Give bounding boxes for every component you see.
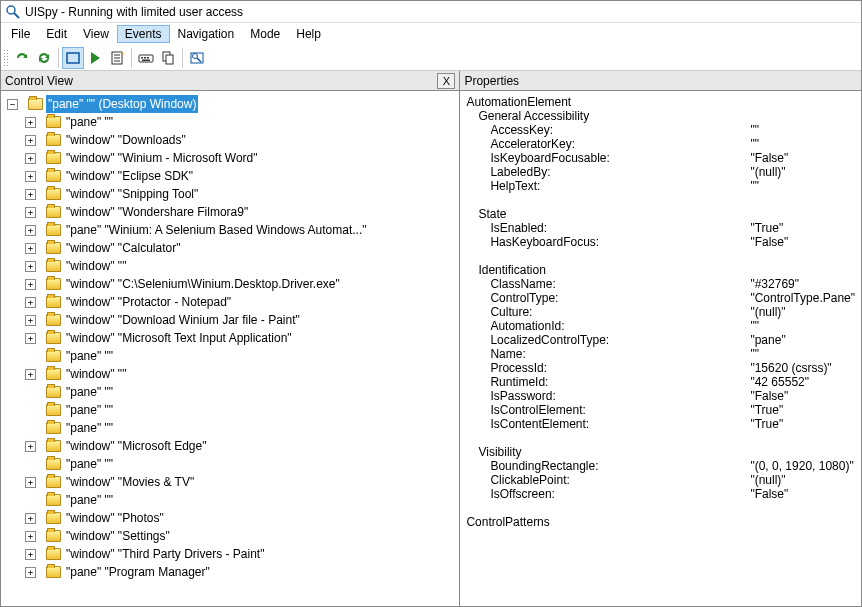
tree-node-label[interactable]: "window" "" (64, 365, 128, 383)
tree-node-label[interactable]: "window" "Winium - Microsoft Word" (64, 149, 260, 167)
tree-row[interactable]: +"window" "Settings" (3, 527, 457, 545)
tree-row[interactable]: "pane" "" (3, 401, 457, 419)
tree-node-label[interactable]: "pane" "" (64, 347, 115, 365)
prop-row: AutomationId:"" (466, 319, 855, 333)
tree-node-label[interactable]: "pane" "" (64, 455, 115, 473)
tree-row[interactable]: −"pane" "" (Desktop Window) (3, 95, 457, 113)
expander-icon[interactable]: + (25, 531, 36, 542)
rect-icon[interactable] (62, 47, 84, 69)
tree-row[interactable]: +"window" "Download Winium Jar file - Pa… (3, 311, 457, 329)
tree-node-label[interactable]: "window" "Protactor - Notepad" (64, 293, 233, 311)
tree-node-label[interactable]: "pane" "Program Manager" (64, 563, 212, 581)
copy-icon[interactable] (157, 47, 179, 69)
tree-node-label[interactable]: "window" "Microsoft Edge" (64, 437, 208, 455)
tree-node-label[interactable]: "pane" "" (64, 113, 115, 131)
tree-row[interactable]: +"pane" "" (3, 113, 457, 131)
tree-row[interactable]: +"window" "" (3, 257, 457, 275)
expander-icon[interactable]: + (25, 135, 36, 146)
sheet-icon[interactable] (106, 47, 128, 69)
tree-node-label[interactable]: "window" "Calculator" (64, 239, 182, 257)
expander-icon[interactable]: + (25, 243, 36, 254)
expander-icon[interactable]: + (25, 477, 36, 488)
tree-node-label[interactable]: "pane" "Winium: A Selenium Based Windows… (64, 221, 369, 239)
refresh-all-icon[interactable] (33, 47, 55, 69)
menu-events[interactable]: Events (117, 25, 170, 43)
expander-icon[interactable]: + (25, 441, 36, 452)
tree-node-label[interactable]: "window" "Microsoft Text Input Applicati… (64, 329, 294, 347)
tree-row[interactable]: +"pane" "Winium: A Selenium Based Window… (3, 221, 457, 239)
expander-icon[interactable]: + (25, 315, 36, 326)
tree-node-label[interactable]: "window" "Wondershare Filmora9" (64, 203, 250, 221)
play-icon[interactable] (84, 47, 106, 69)
menu-navigation[interactable]: Navigation (170, 25, 243, 43)
control-tree[interactable]: −"pane" "" (Desktop Window)+"pane" ""+"w… (1, 91, 459, 607)
tree-node-label[interactable]: "window" "Movies & TV" (64, 473, 196, 491)
tree-row[interactable]: +"window" "Downloads" (3, 131, 457, 149)
tree-node-label[interactable]: "window" "C:\Selenium\Winium.Desktop.Dri… (64, 275, 342, 293)
expander-icon[interactable]: + (25, 567, 36, 578)
tree-row[interactable]: "pane" "" (3, 347, 457, 365)
prop-row: IsEnabled:"True" (466, 221, 855, 235)
tree-row[interactable]: +"window" "Third Party Drivers - Paint" (3, 545, 457, 563)
tree-row[interactable]: "pane" "" (3, 383, 457, 401)
prop-row: IsOffscreen:"False" (466, 487, 855, 501)
prop-row: IsKeyboardFocusable:"False" (466, 151, 855, 165)
tree-row[interactable]: +"window" "Snipping Tool" (3, 185, 457, 203)
prop-row: LabeledBy:"(null)" (466, 165, 855, 179)
tree-node-label[interactable]: "window" "Download Winium Jar file - Pai… (64, 311, 302, 329)
expander-icon[interactable]: + (25, 261, 36, 272)
tree-node-label[interactable]: "window" "" (64, 257, 128, 275)
tree-row[interactable]: +"pane" "Program Manager" (3, 563, 457, 581)
tree-node-label[interactable]: "window" "Settings" (64, 527, 172, 545)
tree-node-label[interactable]: "window" "Downloads" (64, 131, 188, 149)
tree-row[interactable]: +"window" "Winium - Microsoft Word" (3, 149, 457, 167)
tree-row[interactable]: +"window" "Movies & TV" (3, 473, 457, 491)
tree-node-label[interactable]: "window" "Third Party Drivers - Paint" (64, 545, 266, 563)
tree-node-label[interactable]: "window" "Photos" (64, 509, 166, 527)
tree-row[interactable]: +"window" "Calculator" (3, 239, 457, 257)
tree-node-label[interactable]: "pane" "" (64, 401, 115, 419)
expander-icon[interactable]: + (25, 369, 36, 380)
control-view-close-button[interactable]: X (437, 73, 455, 89)
expander-icon[interactable]: + (25, 207, 36, 218)
tree-node-label[interactable]: "pane" "" (64, 383, 115, 401)
tree-row[interactable]: +"window" "C:\Selenium\Winium.Desktop.Dr… (3, 275, 457, 293)
tree-row[interactable]: +"window" "Microsoft Text Input Applicat… (3, 329, 457, 347)
svg-rect-2 (67, 53, 79, 63)
tree-row[interactable]: "pane" "" (3, 455, 457, 473)
tree-row[interactable]: +"window" "Protactor - Notepad" (3, 293, 457, 311)
menu-file[interactable]: File (3, 25, 38, 43)
tree-row[interactable]: +"window" "Wondershare Filmora9" (3, 203, 457, 221)
expander-icon[interactable]: + (25, 117, 36, 128)
prop-value: "(0, 0, 1920, 1080)" (750, 459, 855, 473)
expander-icon[interactable]: − (7, 99, 18, 110)
menu-help[interactable]: Help (288, 25, 329, 43)
expander-icon[interactable]: + (25, 171, 36, 182)
tree-row[interactable]: +"window" "Microsoft Edge" (3, 437, 457, 455)
menu-view[interactable]: View (75, 25, 117, 43)
expander-icon[interactable]: + (25, 513, 36, 524)
tree-row[interactable]: +"window" "Photos" (3, 509, 457, 527)
refresh-icon[interactable] (11, 47, 33, 69)
menu-edit[interactable]: Edit (38, 25, 75, 43)
expander-icon[interactable]: + (25, 549, 36, 560)
tree-row[interactable]: +"window" "" (3, 365, 457, 383)
target-icon[interactable] (186, 47, 208, 69)
expander-icon[interactable]: + (25, 279, 36, 290)
tree-node-label[interactable]: "pane" "" (Desktop Window) (46, 95, 198, 113)
tree-row[interactable]: "pane" "" (3, 419, 457, 437)
keyboard-icon[interactable] (135, 47, 157, 69)
expander-icon[interactable]: + (25, 153, 36, 164)
tree-node-label[interactable]: "pane" "" (64, 419, 115, 437)
menu-mode[interactable]: Mode (242, 25, 288, 43)
tree-node-label[interactable]: "pane" "" (64, 491, 115, 509)
tree-node-label[interactable]: "window" "Snipping Tool" (64, 185, 200, 203)
tree-row[interactable]: "pane" "" (3, 491, 457, 509)
tree-node-label[interactable]: "window" "Eclipse SDK" (64, 167, 195, 185)
expander-icon[interactable]: + (25, 297, 36, 308)
toolbar-grip[interactable] (3, 49, 9, 67)
tree-row[interactable]: +"window" "Eclipse SDK" (3, 167, 457, 185)
expander-icon[interactable]: + (25, 189, 36, 200)
expander-icon[interactable]: + (25, 333, 36, 344)
expander-icon[interactable]: + (25, 225, 36, 236)
